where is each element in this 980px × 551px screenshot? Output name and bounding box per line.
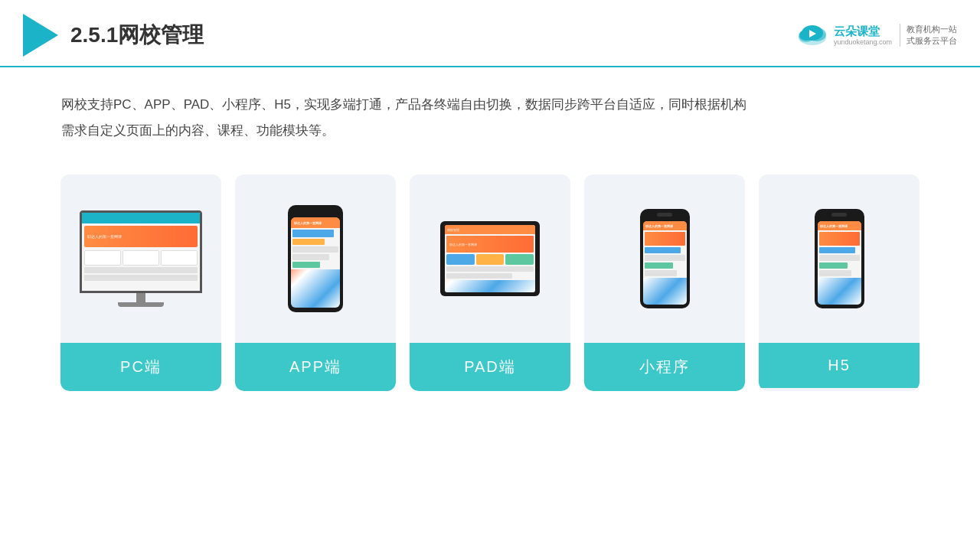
- mini-phone-screen-1: 职达人的第一堂网课: [643, 221, 687, 305]
- card-label-h5: H5: [759, 343, 920, 388]
- pc-screen-content: 职达人的第一堂网课: [82, 213, 200, 291]
- card-image-pc: 职达人的第一堂网课: [60, 174, 221, 343]
- pc-cards-row: [84, 250, 198, 266]
- pc-row-2: [84, 275, 198, 281]
- card-pad: 网校管理 职达人的第一堂网课: [410, 174, 570, 391]
- brand-slogan: 教育机构一站式服务云平台: [900, 24, 957, 47]
- phone-body: 职达人的第一堂网课: [288, 205, 343, 312]
- page-title: 2.5.1网校管理: [70, 21, 204, 50]
- mini-phone-body-2: 职达人的第一堂网课: [815, 209, 864, 308]
- mini-phone-illustration-2: 职达人的第一堂网课: [815, 209, 864, 308]
- tablet-body: 网校管理 职达人的第一堂网课: [440, 221, 540, 296]
- card-image-h5: 职达人的第一堂网课: [759, 174, 920, 343]
- mini-phone-screen-2: 职达人的第一堂网课: [818, 221, 861, 305]
- brand-logo: 云朵课堂 yunduoketang.com 教育机构一站式服务云平台: [795, 24, 957, 47]
- card-label-miniprogram: 小程序: [584, 343, 745, 391]
- card-h5: 职达人的第一堂网课 H5: [759, 174, 920, 391]
- description-paragraph: 网校支持PC、APP、PAD、小程序、H5，实现多端打通，产品各终端自由切换，数…: [61, 92, 919, 144]
- page-header: 2.5.1网校管理 云朵课堂 yunduoketang.com 教育机构一站式服…: [0, 0, 980, 67]
- logo-triangle-icon: [23, 14, 58, 57]
- pc-screen-body: 职达人的第一堂网课: [82, 223, 200, 291]
- phone-illustration: 职达人的第一堂网课: [288, 205, 343, 312]
- cards-section: 职达人的第一堂网课: [0, 159, 980, 414]
- card-image-miniprogram: 职达人的第一堂网课: [584, 174, 745, 343]
- header-right: 云朵课堂 yunduoketang.com 教育机构一站式服务云平台: [795, 24, 957, 47]
- card-miniprogram: 职达人的第一堂网课 小程序: [584, 174, 745, 391]
- phone-screen: 职达人的第一堂网课: [291, 217, 340, 308]
- card-label-pc: PC端: [60, 343, 221, 391]
- card-label-pad: PAD端: [410, 343, 570, 391]
- header-left: 2.5.1网校管理: [23, 14, 204, 57]
- brand-url: yunduoketang.com: [834, 38, 892, 47]
- monitor-screen: 职达人的第一堂网课: [80, 210, 202, 293]
- pc-card-2: [122, 250, 159, 266]
- pc-banner: 职达人的第一堂网课: [84, 226, 198, 247]
- mini-phone-illustration-1: 职达人的第一堂网课: [640, 209, 690, 308]
- card-image-app: 职达人的第一堂网课: [235, 174, 396, 343]
- pc-screen-header-bar: [82, 213, 200, 223]
- card-pc: 职达人的第一堂网课: [60, 174, 221, 391]
- tablet-illustration: 网校管理 职达人的第一堂网课: [440, 221, 540, 296]
- card-app: 职达人的第一堂网课 APP端: [235, 174, 396, 391]
- pc-card-3: [161, 250, 198, 266]
- card-label-app: APP端: [235, 343, 396, 391]
- description-text: 网校支持PC、APP、PAD、小程序、H5，实现多端打通，产品各终端自由切换，数…: [0, 67, 980, 159]
- tablet-screen: 网校管理 职达人的第一堂网课: [445, 225, 535, 292]
- brand-name: 云朵课堂: [834, 24, 880, 38]
- phone-notch: [306, 210, 325, 214]
- brand-text: 云朵课堂 yunduoketang.com: [834, 24, 892, 47]
- pc-card-1: [84, 250, 121, 266]
- monitor-illustration: 职达人的第一堂网课: [80, 210, 202, 307]
- card-image-pad: 网校管理 职达人的第一堂网课: [410, 174, 570, 343]
- mini-phone-body-1: 职达人的第一堂网课: [640, 209, 690, 308]
- monitor-base: [118, 302, 164, 307]
- cloud-icon: [795, 24, 829, 47]
- pc-row-1: [84, 267, 198, 273]
- monitor-neck: [136, 293, 145, 302]
